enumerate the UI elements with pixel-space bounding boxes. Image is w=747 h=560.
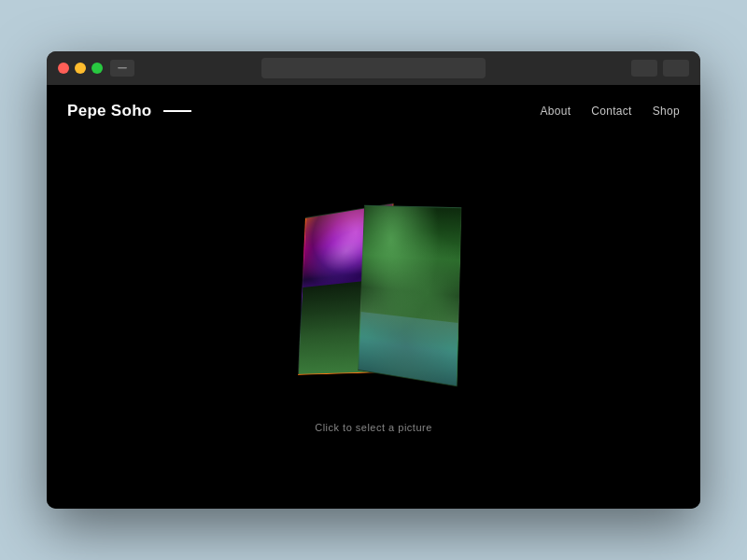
mac-window: Pepe Soho About Contact Shop: [47, 51, 700, 509]
water-reflection: [359, 312, 458, 386]
titlebar: [47, 51, 700, 85]
website-content: Pepe Soho About Contact Shop: [47, 85, 700, 509]
cube-area[interactable]: Click to select a picture: [47, 85, 700, 509]
cube-3d: [290, 192, 467, 392]
cube-container[interactable]: [280, 198, 467, 385]
minimize-button[interactable]: [75, 63, 86, 74]
back-forward-button[interactable]: [110, 60, 134, 77]
svg-rect-0: [118, 67, 127, 69]
nav-about[interactable]: About: [540, 105, 571, 118]
titlebar-right-controls: [631, 60, 689, 77]
close-button[interactable]: [58, 63, 69, 74]
nav-shop[interactable]: Shop: [653, 105, 680, 118]
site-nav: Pepe Soho About Contact Shop: [47, 85, 700, 137]
new-tab-button[interactable]: [663, 60, 689, 77]
nav-links: About Contact Shop: [540, 105, 680, 118]
nav-contact[interactable]: Contact: [591, 105, 631, 118]
address-bar[interactable]: [261, 58, 486, 78]
click-hint[interactable]: Click to select a picture: [315, 422, 432, 433]
share-button[interactable]: [631, 60, 657, 77]
logo-group: Pepe Soho: [67, 102, 191, 120]
site-logo[interactable]: Pepe Soho: [67, 102, 152, 120]
maximize-button[interactable]: [92, 63, 103, 74]
titlebar-nav-buttons: [110, 60, 134, 77]
logo-line: [163, 110, 191, 112]
traffic-lights: [58, 63, 103, 74]
